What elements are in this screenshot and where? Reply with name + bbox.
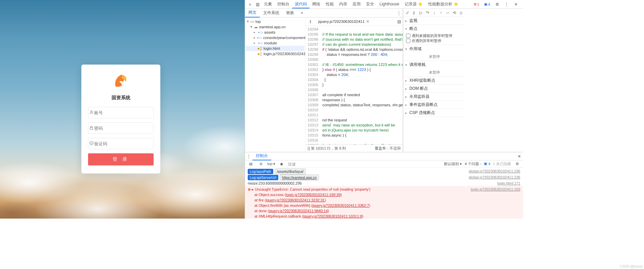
breakpoint-checkbox[interactable]: 遇到未捕获的异常时暂停 xyxy=(406,33,462,38)
devtools-tab[interactable]: 网络 xyxy=(310,0,323,8)
login-title: 固资系统 xyxy=(88,95,154,101)
sources-subtab[interactable]: 替换 xyxy=(283,9,297,17)
sidebar-section[interactable]: ▸CSP 违规断点 xyxy=(403,109,465,117)
source-link[interactable]: global.js?20230630102411:236 xyxy=(469,175,520,181)
debugger-step-icon[interactable]: ⫿ xyxy=(412,10,416,15)
console-error: ⊗ ▸ Uncaught TypeError: Cannot read prop… xyxy=(245,186,523,219)
account-input[interactable] xyxy=(94,107,153,118)
source-link[interactable]: jquery.js?20230630102411:3232:31 xyxy=(266,198,325,202)
debugger-step-icon[interactable]: ⤢ xyxy=(405,10,409,15)
error-badge[interactable]: ⊗ 1 xyxy=(472,2,481,6)
close-icon[interactable]: ✕ xyxy=(516,154,523,159)
tree-domain[interactable]: ▼☁eamtest.app.cn xyxy=(246,24,305,30)
sources-subtab[interactable]: 文件系统 xyxy=(260,9,283,17)
source-link[interactable]: jquery.js?20230630102411:3362:7 xyxy=(312,203,369,207)
source-link[interactable]: jquery.js?20230630102411:9840:14 xyxy=(269,209,328,213)
debugger-step-icon[interactable]: ⟲ xyxy=(452,10,456,15)
context-selector[interactable]: top ▾ xyxy=(267,162,275,166)
account-field[interactable] xyxy=(88,107,154,118)
debugger-step-icon[interactable]: ▷ xyxy=(419,10,423,15)
close-icon[interactable]: ✕ xyxy=(366,19,369,24)
drawer-menu-icon[interactable]: ⋮ xyxy=(245,154,252,159)
debugger-step-icon[interactable]: ↷ xyxy=(426,10,430,15)
sidebar-section[interactable]: ▸监视 xyxy=(403,17,465,25)
not-paused-label: 未暂停 xyxy=(403,69,465,76)
tree-top[interactable]: ▼▭top xyxy=(246,19,305,24)
open-file-tab[interactable]: jquery.js?20230630102411 ✕ xyxy=(316,19,371,24)
sidebar-section[interactable]: ▾调用堆栈 xyxy=(403,61,465,69)
debugger-toolbar: ⤢⫿▷↷↓↑↔⟲⦶ xyxy=(403,9,465,17)
tree-file-js[interactable]: ▸▯login.js?20230630102411 xyxy=(246,51,305,56)
inspect-icon[interactable]: ⟡ xyxy=(246,2,254,7)
debugger-step-icon[interactable]: ⦶ xyxy=(459,10,463,15)
devtools-tab[interactable]: 元素 xyxy=(261,0,275,8)
sidebar-section[interactable]: ▸DOM 断点 xyxy=(403,85,465,92)
source-link[interactable]: jquery.js?20230630102411:10311:8 xyxy=(304,214,362,218)
svg-point-0 xyxy=(90,111,92,112)
console-toolbar: ▤ ⊘ top ▾ ◉ 默认级别 ▾ 4 个问题： ▣ 4 1 条已隐藏 ⚙ xyxy=(245,160,523,168)
sidebar-toggle-icon[interactable]: ▤ xyxy=(395,19,403,24)
source-link[interactable]: login.js?20230630102411:169 xyxy=(471,187,520,192)
page-preview: 固资系统 登 录 xyxy=(0,0,245,219)
source-link[interactable]: login.js?20230630102411:169:39 xyxy=(286,193,341,197)
debugger-step-icon[interactable]: ↑ xyxy=(439,10,443,15)
devtools-tab[interactable]: 控制台 xyxy=(275,0,292,8)
tree-file-html[interactable]: ▸▯login.html xyxy=(246,46,305,51)
devtools-tab[interactable]: 源代码 xyxy=(292,0,310,8)
sidebar-section[interactable]: ▸事件监听器断点 xyxy=(403,101,465,109)
coverage-status: 覆盖率：不适用 xyxy=(375,146,401,151)
source-link[interactable]: global.js?20230630102411:236 xyxy=(469,168,520,175)
console-drawer: ⋮ 控制台 ✕ ▤ ⊘ top ▾ ◉ 默认级别 ▾ 4 个问题： ▣ 4 1 … xyxy=(245,152,523,219)
tree-folder[interactable]: ▸▪▭assets xyxy=(246,30,305,35)
devtools-tab[interactable]: 记录器 ⭐ xyxy=(402,0,426,8)
file-tree[interactable]: ▼▭top ▼☁eamtest.app.cn ▸▪▭assets▸▪▭conso… xyxy=(245,17,306,152)
gear-icon[interactable]: ⚙ xyxy=(514,162,521,166)
issues-label[interactable]: 4 个问题： ▣ 4 xyxy=(465,161,490,166)
nav-icon[interactable]: ⫿ xyxy=(307,19,314,24)
sources-subtab[interactable]: » xyxy=(297,9,307,17)
debugger-step-icon[interactable]: ↔ xyxy=(446,10,450,15)
password-input[interactable] xyxy=(94,123,153,133)
sources-subtab[interactable]: 网页 xyxy=(245,8,260,17)
devtools-tab[interactable]: 安全 xyxy=(363,0,377,8)
info-badge[interactable]: ▣ 4 xyxy=(483,2,491,6)
close-icon[interactable]: ✕ xyxy=(512,2,520,7)
cursor-position: 第 10311 行，第 8 列 xyxy=(311,146,346,150)
clear-icon[interactable]: ⊘ xyxy=(257,162,265,166)
devtools-tab[interactable]: 内存 xyxy=(336,0,350,8)
captcha-input[interactable] xyxy=(94,138,153,149)
sidebar-section[interactable]: ▸XHR/提取断点 xyxy=(403,77,465,84)
devtools-tab[interactable]: 性能数据分析 ⭐ xyxy=(426,0,461,8)
sidebar-icon[interactable]: ▤ xyxy=(247,162,254,166)
tree-folder[interactable]: ▸▪▭console/pear/component/pea xyxy=(246,35,305,40)
devtools-panel: ⟡ ▥ 元素控制台源代码网络性能内存应用安全Lighthouse记录器 ⭐性能数… xyxy=(245,0,523,219)
source-link[interactable]: login.html:171 xyxy=(497,181,521,186)
password-field[interactable] xyxy=(88,122,154,134)
gear-icon[interactable]: ⚙ xyxy=(493,2,501,7)
devtools-tab[interactable]: Lighthouse xyxy=(377,0,402,8)
eye-icon[interactable]: ◉ xyxy=(278,162,285,166)
tree-folder[interactable]: ▸▪▭module xyxy=(246,40,305,46)
drawer-tab-console[interactable]: 控制台 xyxy=(252,152,271,160)
devtools-tab[interactable]: 应用 xyxy=(350,0,363,8)
debugger-sidebar: ⤢⫿▷↷↓↑↔⟲⦶ ▸监视▾断点 遇到未捕获的异常时暂停 在遇到异常时暂停▾作用… xyxy=(403,9,465,152)
log-level[interactable]: 默认级别 ▾ xyxy=(444,161,462,166)
sources-panel: 网页文件系统替换»⋮ ▼▭top ▼☁eamtest.app.cn ▸▪▭ass… xyxy=(245,9,403,152)
code-area[interactable]: 10294 10295 10296 10297 10298 10299 1030… xyxy=(306,26,403,145)
hidden-count: 1 条已隐藏 xyxy=(493,161,511,166)
captcha-field[interactable] xyxy=(88,138,154,149)
more-icon[interactable]: ⋮ xyxy=(395,11,403,15)
debugger-step-icon[interactable]: ↓ xyxy=(432,10,436,15)
breakpoint-checkbox[interactable]: 在遇到异常时暂停 xyxy=(406,38,462,43)
console-filter[interactable] xyxy=(288,162,441,166)
device-icon[interactable]: ▥ xyxy=(254,2,261,7)
not-paused-label: 未暂停 xyxy=(403,53,465,61)
sidebar-section[interactable]: ▾作用域 xyxy=(403,45,465,53)
sidebar-section[interactable]: ▾断点 xyxy=(403,25,465,33)
console-output[interactable]: Log:layuiPath/assets/libs/layui/global.j… xyxy=(245,168,523,219)
more-icon[interactable]: ⋮ xyxy=(503,2,510,7)
login-button[interactable]: 登 录 xyxy=(88,153,154,165)
devtools-tab[interactable]: 性能 xyxy=(323,0,336,8)
sidebar-section[interactable]: ▸全局监听器 xyxy=(403,93,465,101)
console-row: resize:233.60000000000002,295login.html:… xyxy=(245,181,523,186)
